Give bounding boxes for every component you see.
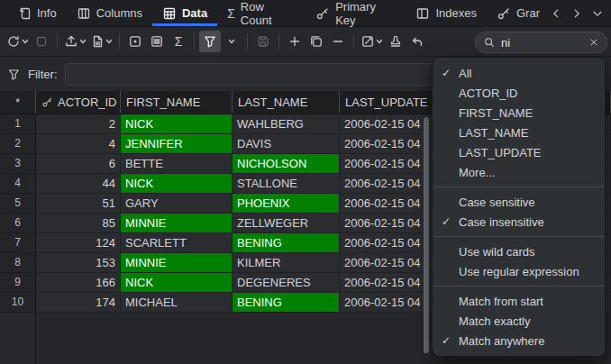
cell-actor-id[interactable]: 166 [36,273,121,293]
menu-item-match-anywhere[interactable]: ✓ Match anywhere [433,331,605,350]
select-all-corner[interactable]: * [0,91,36,114]
menu-item-first-name[interactable]: ✓ FIRST_NAME [433,103,605,123]
tab-info[interactable]: Info [7,0,67,26]
script-file-button[interactable] [88,31,114,52]
copy-icon [309,34,324,49]
cell-actor-id[interactable]: 6 [36,154,121,174]
menu-item-actor-id[interactable]: ✓ ACTOR_ID [433,83,605,103]
menu-separator [433,236,604,237]
cell-first-name[interactable]: NICK [121,114,233,134]
record-mode-button[interactable] [124,31,146,52]
cell-actor-id[interactable]: 85 [36,214,121,233]
cell-first-name[interactable]: MINNIE [121,253,233,273]
tab-row-count[interactable]: Σ Row Count [217,0,306,26]
cell-actor-id[interactable]: 44 [36,174,121,194]
row-number[interactable]: 2 [0,134,36,154]
cell-last-name[interactable]: NICHOLSON [233,154,340,174]
script-file-icon [90,34,105,49]
cell-first-name[interactable]: GARY [121,194,233,214]
search-input[interactable] [501,36,583,50]
close-icon[interactable] [588,37,599,48]
tab-columns[interactable]: Columns [67,0,152,26]
row-number[interactable]: 7 [0,233,36,253]
table-icon [162,6,177,21]
menu-item-case-insensitive[interactable]: ✓ Case insensitive [433,212,605,232]
stop-button[interactable] [31,31,52,52]
cell-last-name[interactable]: BENING [233,293,340,313]
cell-actor-id[interactable]: 51 [36,194,121,214]
export-button[interactable] [62,31,88,52]
row-number[interactable]: 1 [0,114,36,134]
edit-cell-button[interactable] [359,31,385,52]
save-icon [256,34,270,49]
refresh-button[interactable] [5,31,31,52]
tab-primary-key[interactable]: Primary Key [306,0,406,26]
tab-data[interactable]: Data [152,0,217,26]
menu-item-match-exactly[interactable]: ✓ Match exactly [433,311,605,331]
grid-mode-button[interactable] [146,31,168,52]
column-header-actor-id[interactable]: ACTOR_ID ˆ 1 [36,91,121,114]
undo-button[interactable] [406,31,428,52]
menu-item-case-sensitive[interactable]: ✓ Case sensitive [433,192,605,212]
key-icon [497,6,511,21]
chevron-down-icon [228,38,235,45]
row-number[interactable]: 8 [0,253,36,273]
cell-last-name[interactable]: DAVIS [233,134,340,154]
row-number[interactable]: 9 [0,273,36,293]
cell-first-name[interactable]: BETTE [121,154,233,174]
menu-item-all[interactable]: ✓ All [433,63,605,83]
menu-item-use-wild-cards[interactable]: ✓ Use wild cards [433,241,605,261]
row-number[interactable]: 4 [0,174,36,194]
delete-row-button[interactable] [327,31,349,52]
tab-grants[interactable]: Grar [487,0,550,26]
cell-last-name[interactable]: BENING [233,233,340,253]
duplicate-row-button[interactable] [306,31,327,52]
filters-dropdown-button[interactable] [221,31,242,52]
cell-last-name[interactable]: DEGENERES [233,273,340,293]
cell-actor-id[interactable]: 124 [36,233,121,253]
row-number[interactable]: 5 [0,194,36,214]
cell-actor-id[interactable]: 2 [36,114,121,134]
chevron-down-icon[interactable] [591,7,604,20]
cell-first-name[interactable]: NICK [121,273,233,293]
search-box[interactable] [475,32,607,53]
cell-actor-id[interactable]: 4 [36,134,121,154]
vertical-scrollbar[interactable] [424,117,429,353]
check-icon: ✓ [442,334,459,347]
save-button[interactable] [252,31,274,52]
menu-item-last-update[interactable]: ✓ LAST_UPDATE [433,142,605,162]
add-row-button[interactable] [284,31,306,52]
cell-last-name[interactable]: ZELLWEGER [233,214,340,233]
tab-indexes[interactable]: Indexes [406,0,487,26]
cell-last-name[interactable]: STALLONE [233,174,340,194]
sigma-icon: Σ [175,35,183,48]
cell-last-name[interactable]: WAHLBERG [233,114,340,134]
row-number[interactable]: 6 [0,214,36,233]
cell-first-name[interactable]: NICK [121,174,233,194]
apply-stamp-button[interactable] [385,31,406,52]
toolbar-separator [247,33,248,50]
column-header-last-name[interactable]: LAST_NAME [233,91,340,114]
cell-first-name[interactable]: JENNIFER [121,134,233,154]
chevron-left-icon[interactable] [550,7,562,20]
cell-last-name[interactable]: PHOENIX [233,194,340,214]
menu-item-last-name[interactable]: ✓ LAST_NAME [433,123,605,142]
cell-last-name[interactable]: KILMER [233,253,340,273]
aggregate-button[interactable]: Σ [168,31,189,52]
menu-item-use-regular-expression[interactable]: ✓ Use regular expression [433,261,605,281]
cell-first-name[interactable]: MICHAEL [121,293,233,313]
cell-first-name[interactable]: MINNIE [121,214,233,233]
row-number[interactable]: 10 [0,293,36,313]
column-label: LAST_NAME [238,96,307,109]
cell-actor-id[interactable]: 153 [36,253,121,273]
column-header-first-name[interactable]: FIRST_NAME [121,91,233,114]
cell-actor-id[interactable]: 174 [36,293,121,313]
menu-item-more[interactable]: ✓ More... [433,162,605,182]
chevron-right-icon[interactable] [570,7,583,20]
columns-icon [77,6,91,21]
chevron-down-icon [105,38,113,45]
row-number[interactable]: 3 [0,154,36,174]
filters-button[interactable] [199,31,221,52]
cell-first-name[interactable]: SCARLETT [121,233,233,253]
menu-item-match-from-start[interactable]: ✓ Match from start [433,291,605,311]
